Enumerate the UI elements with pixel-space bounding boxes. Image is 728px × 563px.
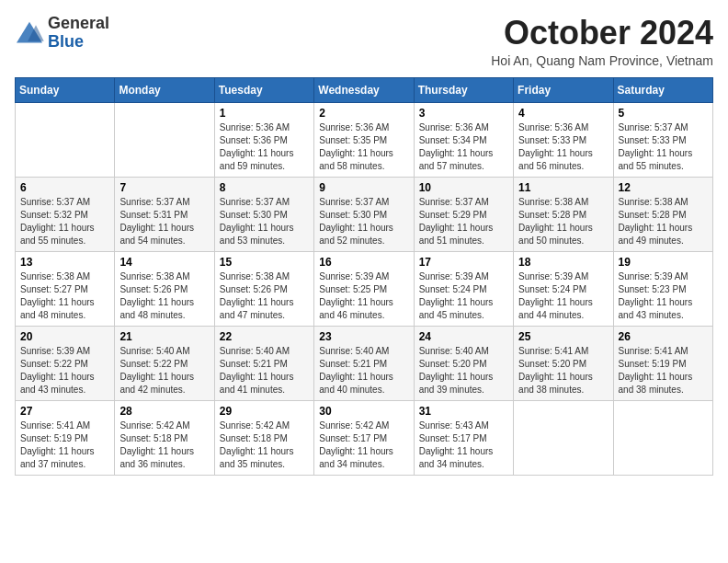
day-number: 2 bbox=[319, 107, 408, 120]
day-number: 16 bbox=[319, 256, 408, 269]
title-block: October 2024 Hoi An, Quang Nam Province,… bbox=[491, 15, 713, 68]
logo-text: General Blue bbox=[48, 15, 109, 52]
day-info: Sunrise: 5:39 AMSunset: 5:24 PMDaylight:… bbox=[518, 270, 608, 322]
day-info: Sunrise: 5:39 AMSunset: 5:22 PMDaylight:… bbox=[20, 345, 109, 396]
weekday-header: Friday bbox=[514, 77, 613, 102]
calendar-day-cell: 21Sunrise: 5:40 AMSunset: 5:22 PMDayligh… bbox=[115, 326, 214, 400]
weekday-header: Monday bbox=[115, 77, 214, 102]
day-number: 6 bbox=[20, 181, 109, 194]
day-number: 28 bbox=[119, 405, 209, 418]
calendar-day-cell: 26Sunrise: 5:41 AMSunset: 5:19 PMDayligh… bbox=[613, 326, 712, 400]
calendar-day-cell: 7Sunrise: 5:37 AMSunset: 5:31 PMDaylight… bbox=[115, 177, 214, 251]
day-info: Sunrise: 5:38 AMSunset: 5:27 PMDaylight:… bbox=[20, 270, 109, 322]
day-number: 31 bbox=[419, 405, 508, 418]
day-info: Sunrise: 5:37 AMSunset: 5:32 PMDaylight:… bbox=[20, 196, 109, 247]
calendar-day-cell: 5Sunrise: 5:37 AMSunset: 5:33 PMDaylight… bbox=[613, 102, 712, 177]
calendar-table: SundayMondayTuesdayWednesdayThursdayFrid… bbox=[15, 77, 713, 476]
day-number: 11 bbox=[518, 181, 608, 194]
location-subtitle: Hoi An, Quang Nam Province, Vietnam bbox=[491, 53, 713, 68]
calendar-day-cell: 22Sunrise: 5:40 AMSunset: 5:21 PMDayligh… bbox=[214, 326, 313, 400]
calendar-day-cell: 12Sunrise: 5:38 AMSunset: 5:28 PMDayligh… bbox=[613, 177, 712, 251]
day-info: Sunrise: 5:41 AMSunset: 5:19 PMDaylight:… bbox=[619, 345, 708, 396]
day-number: 10 bbox=[419, 181, 508, 194]
day-info: Sunrise: 5:36 AMSunset: 5:33 PMDaylight:… bbox=[518, 121, 608, 173]
calendar-day-cell: 18Sunrise: 5:39 AMSunset: 5:24 PMDayligh… bbox=[514, 251, 613, 326]
day-info: Sunrise: 5:40 AMSunset: 5:20 PMDaylight:… bbox=[419, 345, 508, 396]
calendar-week-row: 1Sunrise: 5:36 AMSunset: 5:36 PMDaylight… bbox=[16, 102, 713, 177]
day-info: Sunrise: 5:42 AMSunset: 5:17 PMDaylight:… bbox=[319, 419, 408, 471]
day-info: Sunrise: 5:41 AMSunset: 5:20 PMDaylight:… bbox=[518, 345, 608, 396]
month-title: October 2024 bbox=[491, 15, 713, 52]
weekday-header: Thursday bbox=[414, 77, 513, 102]
calendar-day-cell: 4Sunrise: 5:36 AMSunset: 5:33 PMDaylight… bbox=[514, 102, 613, 177]
day-number: 5 bbox=[619, 107, 708, 120]
weekday-header: Wednesday bbox=[314, 77, 414, 102]
day-number: 14 bbox=[119, 256, 209, 269]
day-number: 3 bbox=[419, 107, 508, 120]
day-info: Sunrise: 5:36 AMSunset: 5:36 PMDaylight:… bbox=[220, 121, 309, 173]
calendar-day-cell bbox=[514, 400, 613, 475]
weekday-header: Sunday bbox=[16, 77, 115, 102]
day-info: Sunrise: 5:37 AMSunset: 5:30 PMDaylight:… bbox=[220, 196, 309, 247]
day-number: 17 bbox=[419, 256, 508, 269]
calendar-day-cell: 13Sunrise: 5:38 AMSunset: 5:27 PMDayligh… bbox=[16, 251, 115, 326]
day-number: 8 bbox=[220, 181, 309, 194]
calendar-day-cell: 23Sunrise: 5:40 AMSunset: 5:21 PMDayligh… bbox=[314, 326, 414, 400]
calendar-header-row: SundayMondayTuesdayWednesdayThursdayFrid… bbox=[16, 77, 713, 102]
calendar-day-cell: 8Sunrise: 5:37 AMSunset: 5:30 PMDaylight… bbox=[214, 177, 313, 251]
logo-general: General bbox=[48, 15, 109, 33]
calendar-day-cell: 10Sunrise: 5:37 AMSunset: 5:29 PMDayligh… bbox=[414, 177, 513, 251]
day-number: 22 bbox=[220, 330, 309, 343]
day-number: 29 bbox=[220, 405, 309, 418]
calendar-day-cell: 25Sunrise: 5:41 AMSunset: 5:20 PMDayligh… bbox=[514, 326, 613, 400]
calendar-day-cell: 29Sunrise: 5:42 AMSunset: 5:18 PMDayligh… bbox=[214, 400, 313, 475]
day-number: 20 bbox=[20, 330, 109, 343]
day-info: Sunrise: 5:38 AMSunset: 5:26 PMDaylight:… bbox=[119, 270, 209, 322]
day-info: Sunrise: 5:40 AMSunset: 5:22 PMDaylight:… bbox=[119, 345, 209, 396]
calendar-day-cell: 24Sunrise: 5:40 AMSunset: 5:20 PMDayligh… bbox=[414, 326, 513, 400]
day-info: Sunrise: 5:40 AMSunset: 5:21 PMDaylight:… bbox=[220, 345, 309, 396]
calendar-day-cell: 1Sunrise: 5:36 AMSunset: 5:36 PMDaylight… bbox=[214, 102, 313, 177]
day-number: 24 bbox=[419, 330, 508, 343]
calendar-day-cell: 15Sunrise: 5:38 AMSunset: 5:26 PMDayligh… bbox=[214, 251, 313, 326]
logo: General Blue bbox=[15, 15, 109, 52]
day-number: 30 bbox=[319, 405, 408, 418]
day-info: Sunrise: 5:36 AMSunset: 5:34 PMDaylight:… bbox=[419, 121, 508, 173]
calendar-day-cell: 19Sunrise: 5:39 AMSunset: 5:23 PMDayligh… bbox=[613, 251, 712, 326]
day-info: Sunrise: 5:36 AMSunset: 5:35 PMDaylight:… bbox=[319, 121, 408, 173]
day-number: 23 bbox=[319, 330, 408, 343]
day-number: 15 bbox=[220, 256, 309, 269]
day-info: Sunrise: 5:37 AMSunset: 5:31 PMDaylight:… bbox=[119, 196, 209, 247]
day-number: 26 bbox=[619, 330, 708, 343]
day-number: 19 bbox=[619, 256, 708, 269]
day-info: Sunrise: 5:38 AMSunset: 5:28 PMDaylight:… bbox=[619, 196, 708, 247]
day-info: Sunrise: 5:37 AMSunset: 5:33 PMDaylight:… bbox=[619, 121, 708, 173]
calendar-day-cell: 2Sunrise: 5:36 AMSunset: 5:35 PMDaylight… bbox=[314, 102, 414, 177]
logo-blue: Blue bbox=[48, 33, 109, 52]
day-info: Sunrise: 5:37 AMSunset: 5:29 PMDaylight:… bbox=[419, 196, 508, 247]
day-info: Sunrise: 5:39 AMSunset: 5:23 PMDaylight:… bbox=[619, 270, 708, 322]
calendar-day-cell: 27Sunrise: 5:41 AMSunset: 5:19 PMDayligh… bbox=[16, 400, 115, 475]
day-info: Sunrise: 5:40 AMSunset: 5:21 PMDaylight:… bbox=[319, 345, 408, 396]
day-number: 13 bbox=[20, 256, 109, 269]
day-number: 4 bbox=[518, 107, 608, 120]
day-info: Sunrise: 5:42 AMSunset: 5:18 PMDaylight:… bbox=[220, 419, 309, 471]
calendar-day-cell: 9Sunrise: 5:37 AMSunset: 5:30 PMDaylight… bbox=[314, 177, 414, 251]
calendar-day-cell bbox=[115, 102, 214, 177]
day-number: 18 bbox=[518, 256, 608, 269]
calendar-day-cell: 6Sunrise: 5:37 AMSunset: 5:32 PMDaylight… bbox=[16, 177, 115, 251]
calendar-day-cell: 3Sunrise: 5:36 AMSunset: 5:34 PMDaylight… bbox=[414, 102, 513, 177]
day-info: Sunrise: 5:43 AMSunset: 5:17 PMDaylight:… bbox=[419, 419, 508, 471]
weekday-header: Tuesday bbox=[214, 77, 313, 102]
calendar-day-cell: 14Sunrise: 5:38 AMSunset: 5:26 PMDayligh… bbox=[115, 251, 214, 326]
day-number: 7 bbox=[119, 181, 209, 194]
day-number: 25 bbox=[518, 330, 608, 343]
calendar-day-cell: 31Sunrise: 5:43 AMSunset: 5:17 PMDayligh… bbox=[414, 400, 513, 475]
calendar-week-row: 6Sunrise: 5:37 AMSunset: 5:32 PMDaylight… bbox=[16, 177, 713, 251]
page-header: General Blue October 2024 Hoi An, Quang … bbox=[15, 15, 713, 68]
calendar-day-cell: 11Sunrise: 5:38 AMSunset: 5:28 PMDayligh… bbox=[514, 177, 613, 251]
calendar-day-cell: 20Sunrise: 5:39 AMSunset: 5:22 PMDayligh… bbox=[16, 326, 115, 400]
day-number: 1 bbox=[220, 107, 309, 120]
calendar-week-row: 13Sunrise: 5:38 AMSunset: 5:27 PMDayligh… bbox=[16, 251, 713, 326]
day-number: 21 bbox=[119, 330, 209, 343]
